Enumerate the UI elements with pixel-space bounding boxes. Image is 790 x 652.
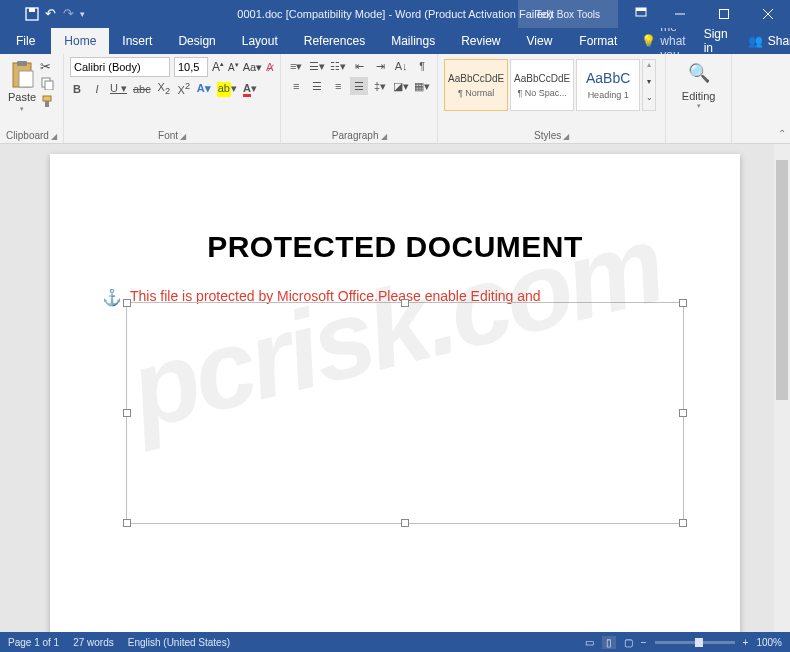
resize-handle-sw[interactable] (123, 519, 131, 527)
style-nospacing[interactable]: AaBbCcDdE¶ No Spac... (510, 59, 574, 111)
style-name: ¶ Normal (458, 88, 494, 98)
text-effects-icon[interactable]: A▾ (197, 82, 211, 95)
indent-icon[interactable]: ⇥ (371, 57, 389, 75)
styles-more-icon[interactable]: ⌄ (643, 93, 655, 110)
scrollbar-thumb[interactable] (776, 160, 788, 400)
paragraph-dialog-launcher[interactable]: ◢ (381, 132, 387, 141)
strike-button[interactable]: abc (133, 83, 151, 95)
bold-button[interactable]: B (70, 83, 84, 95)
sign-in-link[interactable]: Sign in (696, 28, 736, 54)
clipboard-icon (9, 59, 35, 89)
tab-layout[interactable]: Layout (229, 28, 291, 54)
share-button[interactable]: 👥Share (736, 34, 790, 48)
page[interactable]: PROTECTED DOCUMENT ⚓ This file is protec… (50, 154, 740, 632)
print-layout-icon[interactable]: ▯ (602, 636, 616, 649)
styles-up-icon[interactable]: ▴ (643, 60, 655, 77)
resize-handle-e[interactable] (679, 409, 687, 417)
tab-view[interactable]: View (514, 28, 566, 54)
align-left-icon[interactable]: ≡ (287, 77, 305, 95)
minimize-button[interactable] (658, 0, 702, 28)
group-clipboard: Paste ▾ ✂ Clipboard◢ (0, 54, 64, 143)
change-case-icon[interactable]: Aa▾ (243, 61, 262, 74)
line-spacing-icon[interactable]: ‡▾ (371, 77, 389, 95)
underline-button[interactable]: U ▾ (110, 82, 127, 95)
bullets-icon[interactable]: ≡▾ (287, 57, 305, 75)
resize-handle-s[interactable] (401, 519, 409, 527)
resize-handle-nw[interactable] (123, 299, 131, 307)
grow-font-icon[interactable]: A▴ (212, 60, 224, 74)
style-preview: AaBbC (586, 70, 630, 86)
page-indicator[interactable]: Page 1 of 1 (8, 637, 59, 648)
ribbon-options-icon[interactable] (624, 6, 658, 22)
font-name-combo[interactable] (70, 57, 170, 77)
zoom-in-button[interactable]: + (743, 637, 749, 648)
font-size-combo[interactable] (174, 57, 208, 77)
zoom-out-button[interactable]: − (641, 637, 647, 648)
zoom-slider[interactable] (655, 641, 735, 644)
subscript-button[interactable]: X2 (157, 81, 171, 96)
resize-handle-se[interactable] (679, 519, 687, 527)
shrink-font-icon[interactable]: A▾ (228, 61, 239, 73)
style-heading1[interactable]: AaBbCHeading 1 (576, 59, 640, 111)
word-count[interactable]: 27 words (73, 637, 114, 648)
tab-insert[interactable]: Insert (109, 28, 165, 54)
tab-file[interactable]: File (0, 28, 51, 54)
clear-format-icon[interactable]: A̷ (266, 61, 274, 74)
borders-icon[interactable]: ▦▾ (413, 77, 431, 95)
vertical-scrollbar[interactable] (774, 144, 790, 632)
resize-handle-ne[interactable] (679, 299, 687, 307)
numbering-icon[interactable]: ☰▾ (308, 57, 326, 75)
shading-icon[interactable]: ◪▾ (392, 77, 410, 95)
collapse-ribbon-icon[interactable]: ⌃ (778, 128, 786, 139)
save-icon[interactable] (24, 6, 40, 22)
group-editing: 🔍 Editing ▾ (666, 54, 732, 143)
tab-references[interactable]: References (291, 28, 378, 54)
tab-home[interactable]: Home (51, 28, 109, 54)
tab-review[interactable]: Review (448, 28, 513, 54)
cut-icon[interactable]: ✂ (40, 59, 54, 74)
multilevel-icon[interactable]: ☷▾ (329, 57, 347, 75)
tab-design[interactable]: Design (165, 28, 228, 54)
outdent-icon[interactable]: ⇤ (350, 57, 368, 75)
web-layout-icon[interactable]: ▢ (624, 637, 633, 648)
resize-handle-n[interactable] (401, 299, 409, 307)
zoom-level[interactable]: 100% (756, 637, 782, 648)
styles-down-icon[interactable]: ▾ (643, 77, 655, 94)
align-center-icon[interactable]: ☰ (308, 77, 326, 95)
share-icon: 👥 (748, 34, 763, 48)
close-button[interactable] (746, 0, 790, 28)
font-dialog-launcher[interactable]: ◢ (180, 132, 186, 141)
language-indicator[interactable]: English (United States) (128, 637, 230, 648)
undo-icon[interactable]: ↶ (42, 6, 58, 22)
qat-customize-icon[interactable]: ▾ (78, 9, 87, 19)
align-right-icon[interactable]: ≡ (329, 77, 347, 95)
anchor-icon[interactable]: ⚓ (102, 288, 122, 307)
zoom-slider-thumb[interactable] (695, 638, 703, 647)
resize-handle-w[interactable] (123, 409, 131, 417)
redo-icon[interactable]: ↷ (60, 6, 76, 22)
style-preview: AaBbCcDdE (514, 73, 570, 84)
highlight-icon[interactable]: ab▾ (217, 82, 237, 95)
format-painter-icon[interactable] (40, 94, 54, 110)
maximize-button[interactable] (702, 0, 746, 28)
quick-access: ↶ ↷ ▾ (0, 6, 87, 22)
sort-icon[interactable]: A↓ (392, 57, 410, 75)
italic-button[interactable]: I (90, 83, 104, 95)
styles-dialog-launcher[interactable]: ◢ (563, 132, 569, 141)
justify-icon[interactable]: ☰ (350, 77, 368, 95)
show-marks-icon[interactable]: ¶ (413, 57, 431, 75)
clipboard-dialog-launcher[interactable]: ◢ (51, 132, 57, 141)
document-area[interactable]: PROTECTED DOCUMENT ⚓ This file is protec… (0, 144, 790, 632)
superscript-button[interactable]: X2 (177, 81, 191, 96)
textbox-selection[interactable] (126, 302, 684, 524)
find-icon[interactable]: 🔍 (688, 62, 710, 84)
tab-mailings[interactable]: Mailings (378, 28, 448, 54)
editing-label[interactable]: Editing (682, 90, 716, 102)
style-name: Heading 1 (588, 90, 629, 100)
font-color-icon[interactable]: A▾ (243, 82, 257, 95)
paste-button[interactable]: Paste ▾ (6, 57, 38, 113)
style-normal[interactable]: AaBbCcDdE¶ Normal (444, 59, 508, 111)
tab-format[interactable]: Format (565, 28, 631, 54)
read-mode-icon[interactable]: ▭ (585, 637, 594, 648)
copy-icon[interactable] (40, 76, 54, 92)
